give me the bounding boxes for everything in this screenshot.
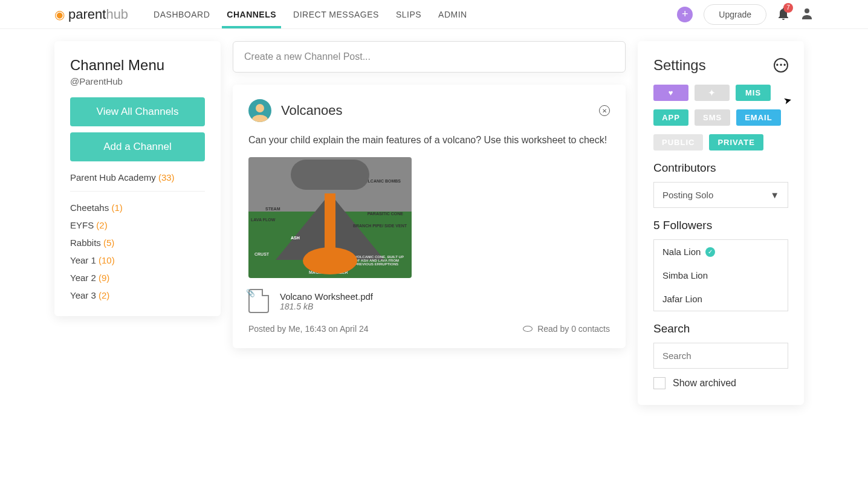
group-item[interactable]: EYFS (2)	[70, 220, 205, 230]
post-body-text: Can your child explain the main features…	[248, 133, 610, 147]
verified-icon: ✓	[705, 247, 715, 257]
contributors-value: Posting Solo	[662, 190, 713, 200]
read-count-text: Read by 0 contacts	[537, 324, 610, 334]
notification-badge: 7	[783, 3, 793, 13]
post-close-button[interactable]: ✕	[599, 105, 610, 116]
group-item[interactable]: Year 1 (10)	[70, 255, 205, 265]
academy-link[interactable]: Parent Hub Academy (33)	[70, 172, 205, 192]
profile-button[interactable]	[800, 7, 814, 22]
group-list: Cheetahs (1) EYFS (2) Rabbits (5) Year 1…	[70, 202, 205, 300]
settings-panel: Settings ••• ♥ ✦ MIS APP SMS EMAIL PUBLI…	[638, 41, 804, 405]
followers-list: Nala Lion ✓ Simba Lion Jafar Lion	[653, 239, 788, 311]
sidebar-handle: @ParentHub	[70, 76, 205, 86]
svg-point-0	[805, 8, 809, 13]
upgrade-button[interactable]: Upgrade	[704, 4, 766, 25]
followers-heading: 5 Followers	[653, 219, 788, 232]
post-meta: Posted by Me, 16:43 on April 24	[248, 324, 368, 334]
follower-item[interactable]: Jafar Lion	[654, 287, 788, 311]
contributors-heading: Contributors	[653, 161, 788, 175]
post-author-avatar	[248, 99, 271, 122]
sidebar-title: Channel Menu	[70, 57, 205, 74]
academy-label: Parent Hub Academy	[70, 172, 156, 183]
main-nav: DASHBOARD CHANNELS DIRECT MESSAGES SLIPS…	[152, 1, 677, 28]
add-channel-button[interactable]: Add a Channel	[70, 132, 205, 161]
tag-twitter[interactable]: ✦	[695, 85, 730, 101]
post-image[interactable]: ASH CLOUD VOLCANIC BOMBS STEAM LAVA FLOW…	[248, 157, 412, 278]
tag-sms[interactable]: SMS	[695, 109, 730, 126]
show-archived-label: Show archived	[673, 378, 736, 389]
settings-more-button[interactable]: •••	[774, 58, 788, 73]
nav-dashboard[interactable]: DASHBOARD	[152, 1, 211, 28]
brand-bold: parent	[68, 7, 106, 22]
attachment-filename: Volcano Worksheet.pdf	[280, 291, 373, 302]
paperclip-file-icon	[248, 289, 269, 313]
post-attachment[interactable]: Volcano Worksheet.pdf 181.5 kB	[248, 289, 610, 313]
search-heading: Search	[653, 322, 788, 335]
eye-icon	[523, 326, 533, 332]
group-item[interactable]: Rabbits (5)	[70, 238, 205, 248]
brand-light: hub	[106, 7, 128, 22]
header-actions: + Upgrade 7	[677, 4, 814, 25]
post-card: Volcanoes ✕ Can your child explain the m…	[233, 85, 626, 348]
tag-public[interactable]: PUBLIC	[653, 134, 703, 151]
nav-slips[interactable]: SLIPS	[395, 1, 423, 28]
logo[interactable]: ◉ parenthub	[54, 7, 128, 22]
contributors-select[interactable]: Posting Solo ▼	[653, 182, 788, 208]
tag-private[interactable]: PRIVATE	[709, 134, 763, 151]
nav-channels[interactable]: CHANNELS	[225, 1, 277, 28]
logo-pin-icon: ◉	[54, 7, 65, 22]
heart-icon: ♥	[669, 88, 674, 97]
search-input[interactable]	[653, 343, 788, 369]
settings-title: Settings	[653, 57, 706, 74]
group-item[interactable]: Year 2 (9)	[70, 273, 205, 283]
header-bar: ◉ parenthub DASHBOARD CHANNELS DIRECT ME…	[0, 0, 868, 29]
chevron-down-icon: ▼	[770, 190, 779, 200]
tag-email[interactable]: EMAIL	[736, 109, 780, 126]
attachment-filesize: 181.5 kB	[280, 302, 373, 311]
group-item[interactable]: Year 3 (2)	[70, 290, 205, 300]
add-button[interactable]: +	[677, 7, 693, 22]
twitter-icon: ✦	[708, 88, 716, 97]
follower-item[interactable]: Simba Lion	[654, 264, 788, 287]
nav-admin[interactable]: ADMIN	[437, 1, 468, 28]
group-item[interactable]: Cheetahs (1)	[70, 202, 205, 213]
notifications-button[interactable]: 7	[777, 7, 789, 22]
view-all-channels-button[interactable]: View All Channels	[70, 97, 205, 126]
tag-heart[interactable]: ♥	[653, 85, 688, 101]
academy-count: (33)	[158, 172, 175, 183]
tag-mis[interactable]: MIS	[736, 85, 771, 101]
person-icon	[800, 7, 814, 20]
new-post-composer[interactable]: Create a new Channel Post...	[233, 41, 626, 73]
main-column: Create a new Channel Post... Volcanoes ✕…	[233, 41, 626, 348]
channel-menu-panel: Channel Menu @ParentHub View All Channel…	[54, 41, 221, 316]
tag-app[interactable]: APP	[653, 109, 688, 126]
follower-item[interactable]: Nala Lion ✓	[654, 240, 788, 264]
nav-direct-messages[interactable]: DIRECT MESSAGES	[292, 1, 380, 28]
read-by[interactable]: Read by 0 contacts	[523, 324, 610, 334]
post-title: Volcanoes	[281, 103, 343, 118]
show-archived-checkbox[interactable]	[653, 377, 666, 389]
